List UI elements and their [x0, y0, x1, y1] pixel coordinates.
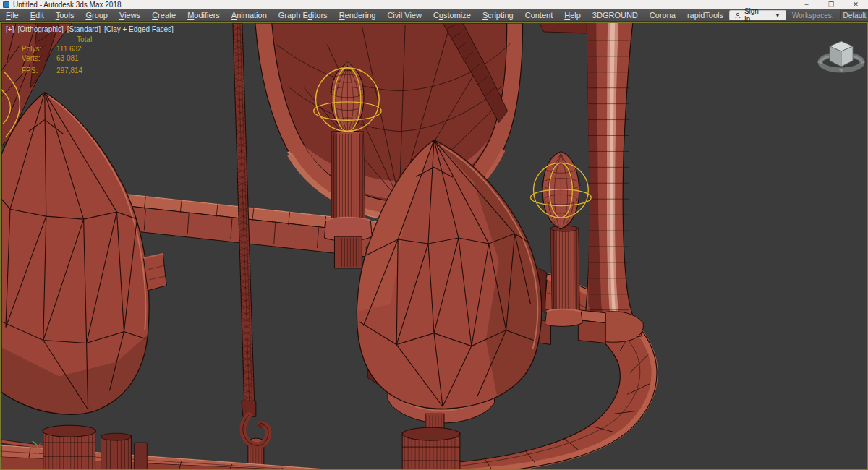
app-icon[interactable] — [3, 1, 9, 8]
menu-file[interactable]: File — [0, 9, 25, 22]
menu-group[interactable]: Group — [80, 9, 114, 22]
menu-tools[interactable]: Tools — [50, 9, 80, 22]
menu-views[interactable]: Views — [114, 9, 146, 22]
menu-civil-view[interactable]: Civil View — [381, 9, 427, 22]
viewport-label-segment[interactable]: [Standard] — [67, 25, 101, 33]
menu-customize[interactable]: Customize — [427, 9, 477, 22]
sign-in-button[interactable]: Sign In ▼ — [729, 10, 786, 20]
menu-rendering[interactable]: Rendering — [333, 9, 382, 22]
menu-create[interactable]: Create — [146, 9, 182, 22]
minimize-button[interactable]: – — [794, 0, 819, 9]
workspace-dropdown[interactable]: Default ▼ — [840, 10, 868, 20]
viewport-label-segment[interactable]: [+] — [6, 25, 14, 33]
hook-and-finial[interactable] — [243, 415, 268, 469]
menu-3dground[interactable]: 3DGROUND — [587, 9, 644, 22]
chevron-down-icon: ▼ — [775, 12, 780, 19]
menu-content[interactable]: Content — [519, 9, 559, 22]
window-title: Untitled - Autodesk 3ds Max 2018 — [13, 0, 122, 9]
menu-animation[interactable]: Animation — [226, 9, 273, 22]
maximize-button[interactable]: ❐ — [819, 0, 843, 9]
menu-corona[interactable]: Corona — [644, 9, 681, 22]
viewport-label-segment[interactable]: [Clay + Edged Faces] — [104, 25, 174, 33]
window-controls: – ❐ ✕ — [794, 0, 868, 9]
scene-canvas[interactable] — [1, 23, 867, 469]
frame-plate — [143, 254, 166, 291]
viewport-label: [+][Orthographic][Standard][Clay + Edged… — [6, 25, 174, 33]
menu-graph-editors[interactable]: Graph Editors — [273, 9, 333, 22]
menu-edit[interactable]: Edit — [25, 9, 50, 22]
3d-viewport[interactable]: [+][Orthographic][Standard][Clay + Edged… — [0, 22, 868, 470]
workspace-value: Default — [843, 12, 867, 20]
menubar-right: Sign In ▼ Workspaces: Default ▼ — [729, 10, 868, 20]
menu-modifiers[interactable]: Modifiers — [182, 9, 226, 22]
viewport-label-segment[interactable]: [Orthographic] — [17, 25, 63, 33]
base-cylinders[interactable] — [43, 425, 148, 469]
view-cube[interactable] — [816, 30, 868, 77]
sign-in-label: Sign In — [744, 7, 764, 23]
close-button[interactable]: ✕ — [843, 0, 868, 9]
user-icon — [735, 12, 741, 19]
menu-rapidtools[interactable]: rapidTools — [681, 9, 729, 22]
menu-scripting[interactable]: Scripting — [477, 9, 519, 22]
teardrop-ornament-left[interactable] — [1, 93, 166, 415]
menu-help[interactable]: Help — [558, 9, 587, 22]
menu-bar: FileEditToolsGroupViewsCreateModifiersAn… — [0, 9, 868, 22]
menu-list: FileEditToolsGroupViewsCreateModifiersAn… — [0, 9, 729, 21]
workspaces-label: Workspaces: — [792, 12, 834, 20]
title-bar: Untitled - Autodesk 3ds Max 2018 – ❐ ✕ — [0, 0, 868, 9]
